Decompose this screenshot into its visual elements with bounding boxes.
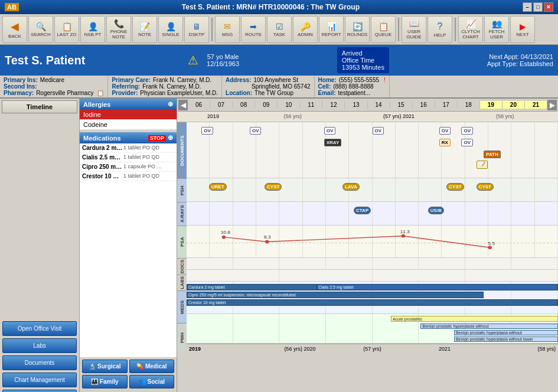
chart-management-btn[interactable]: Chart Management bbox=[2, 373, 77, 387]
year-18[interactable]: 18 bbox=[458, 101, 480, 109]
queue-btn[interactable]: 📋 QUEUE bbox=[371, 16, 396, 43]
year-nav-right[interactable]: ▶ bbox=[547, 100, 557, 110]
nsb-pt-btn[interactable]: 👤 NSB PT bbox=[80, 16, 105, 43]
note-btn[interactable]: 📝 NOTE bbox=[132, 16, 157, 43]
year-09[interactable]: 09 bbox=[255, 101, 278, 109]
visit-rx-1[interactable]: RX bbox=[439, 139, 451, 146]
year-16[interactable]: 16 bbox=[413, 101, 435, 109]
documents-btn[interactable]: Documents bbox=[2, 355, 77, 370]
psh-label: PSH bbox=[177, 178, 187, 202]
visit-ov-1[interactable]: OV bbox=[201, 127, 213, 135]
year-06[interactable]: 06 bbox=[188, 101, 210, 109]
year-21[interactable]: 21 bbox=[525, 101, 547, 109]
window-controls: – □ ✕ bbox=[523, 2, 553, 12]
timeline-btn[interactable]: Timeline bbox=[2, 100, 77, 113]
year-17[interactable]: 17 bbox=[435, 101, 458, 109]
visit-lava[interactable]: LAVA bbox=[342, 183, 360, 191]
labs-btn[interactable]: Labs bbox=[2, 338, 77, 353]
med-cipro[interactable]: Cipro 250 mg/... 1 capsule PO ... bbox=[80, 162, 177, 172]
arrived-label: Arrived bbox=[342, 50, 384, 57]
dsktp-btn[interactable]: 🖥 DSKTP bbox=[184, 16, 209, 43]
visit-cyst-1[interactable]: CYST bbox=[265, 183, 282, 191]
social-btn[interactable]: 👥 Social bbox=[129, 375, 175, 388]
med-crestor[interactable]: Crestor 10 mg ... 1 tablet PO QD bbox=[80, 172, 177, 181]
task-btn[interactable]: ☑ TASK bbox=[267, 16, 292, 43]
allergies-header: Allergies ⊕ bbox=[80, 99, 177, 110]
labs-label: LABS bbox=[177, 275, 187, 290]
visit-uret[interactable]: URET bbox=[209, 183, 227, 191]
year-08[interactable]: 08 bbox=[233, 101, 255, 109]
visit-xray-1[interactable]: XRAY bbox=[324, 139, 342, 146]
last-zo-btn[interactable]: 📋 LAST ZO bbox=[54, 16, 79, 43]
year-20[interactable]: 20 bbox=[502, 101, 525, 109]
visit-ov-3[interactable]: OV bbox=[324, 127, 336, 135]
pmh-label: PMH bbox=[177, 323, 187, 352]
minimize-btn[interactable]: – bbox=[523, 2, 532, 12]
single-btn[interactable]: 👤 SINGLE bbox=[158, 16, 183, 43]
open-office-visit-btn[interactable]: Open Office Visit bbox=[2, 321, 77, 336]
med-cialis[interactable]: Cialis 2.5 mg t... 1 tablet PO QD bbox=[80, 153, 177, 162]
arrived-section: Arrived Office Time 13953 Minutes bbox=[337, 47, 389, 73]
year-15[interactable]: 15 bbox=[390, 101, 413, 109]
med-bar-cialis: Cialis 2.5 mg tablet bbox=[316, 284, 558, 290]
psa-section: 10.8 8.3 11.3 5.5 bbox=[187, 226, 558, 258]
surgical-btn[interactable]: 🔬 Surgical bbox=[82, 360, 128, 373]
fetch-user-btn[interactable]: 👥 FETCH USER bbox=[484, 16, 509, 43]
visit-ov-4[interactable]: OV bbox=[373, 127, 384, 135]
psa-label: PSA bbox=[177, 226, 187, 258]
year-07[interactable]: 07 bbox=[210, 101, 233, 109]
year-10[interactable]: 10 bbox=[278, 101, 300, 109]
sep3 bbox=[455, 18, 456, 41]
office-time-value: 13953 Minutes bbox=[342, 64, 384, 71]
med-cardura[interactable]: Cardura 2 mg ... 1 tablet PO QD bbox=[80, 143, 177, 153]
year-11[interactable]: 11 bbox=[300, 101, 322, 109]
visit-ctap[interactable]: CTAP bbox=[354, 207, 371, 214]
medical-btn[interactable]: 💊 Medical bbox=[129, 360, 175, 373]
rounds-btn[interactable]: 🔄 ROUNDS bbox=[345, 16, 370, 43]
maximize-btn[interactable]: □ bbox=[533, 2, 543, 12]
help-btn[interactable]: ? HELP bbox=[428, 16, 452, 43]
route-btn[interactable]: ➡ ROUTE bbox=[241, 16, 266, 43]
admin-btn[interactable]: 🔑 ADMIN bbox=[293, 16, 318, 43]
meds-label: MEDS bbox=[177, 290, 187, 323]
office-time-label: Office Time bbox=[342, 57, 384, 64]
visit-cyst-3[interactable]: CYST bbox=[477, 183, 494, 191]
msg-btn[interactable]: ✉ MSG bbox=[215, 16, 240, 43]
year-14[interactable]: 14 bbox=[368, 101, 390, 109]
user-guide-btn[interactable]: 📖 USER GUIDE bbox=[402, 16, 426, 43]
visit-usb[interactable]: US/B bbox=[428, 207, 444, 214]
visit-ov-2[interactable]: OV bbox=[250, 127, 262, 135]
next-btn[interactable]: ▶ NEXT bbox=[510, 16, 535, 43]
back-btn[interactable]: ◀ BACK bbox=[2, 16, 27, 43]
care-block: Primary Care: Frank N. Carney, M.D. Refe… bbox=[108, 76, 222, 97]
year-13[interactable]: 13 bbox=[345, 101, 367, 109]
allergies-add-icon[interactable]: ⊕ bbox=[168, 100, 173, 108]
clytch-chart-btn[interactable]: 📈 CLYTCH CHART bbox=[458, 16, 483, 43]
visit-cyst-2[interactable]: CYST bbox=[446, 183, 464, 191]
report-btn[interactable]: 📊 REPORT bbox=[319, 16, 344, 43]
address-label: Address: bbox=[226, 77, 251, 83]
year-12[interactable]: 12 bbox=[322, 101, 345, 109]
visit-ov-5[interactable]: OV bbox=[439, 127, 451, 135]
phone-note-btn[interactable]: 📞 PHONE NOTE bbox=[106, 16, 131, 43]
year-label-2019: 2019 bbox=[187, 112, 240, 122]
visit-ov-7[interactable]: OV bbox=[461, 139, 473, 146]
meds-add-icon[interactable]: ⊕ bbox=[168, 134, 173, 142]
family-btn[interactable]: 👨‍👩‍👧 Family bbox=[82, 375, 128, 388]
year-nav-left[interactable]: ◀ bbox=[178, 100, 188, 110]
search-btn[interactable]: 🔍 SEARCH bbox=[28, 16, 53, 43]
second-ins-label: Second Ins: bbox=[4, 83, 37, 90]
close-btn[interactable]: ✕ bbox=[544, 2, 553, 12]
visit-ov-6[interactable]: OV bbox=[461, 127, 473, 135]
demographics-btn[interactable]: Demographics bbox=[2, 390, 77, 392]
year-19[interactable]: 19 bbox=[480, 101, 502, 109]
meds-section: Cardura 2 mg tablet Cipro 250 mg/5 ml su… bbox=[187, 282, 558, 314]
allergy-iodine[interactable]: Iodine bbox=[80, 110, 177, 120]
medications-header: Medications STOP ⊕ bbox=[80, 132, 177, 143]
visit-path-1[interactable]: PATH bbox=[484, 151, 501, 158]
appt-type-label: Appt Type: Established bbox=[487, 60, 553, 67]
col-lines-docs2 bbox=[187, 258, 558, 269]
visit-note-1[interactable]: 📝 bbox=[477, 161, 488, 169]
patient-name: Test S. Patient bbox=[5, 54, 85, 67]
allergy-codeine[interactable]: Codeine bbox=[80, 120, 177, 130]
